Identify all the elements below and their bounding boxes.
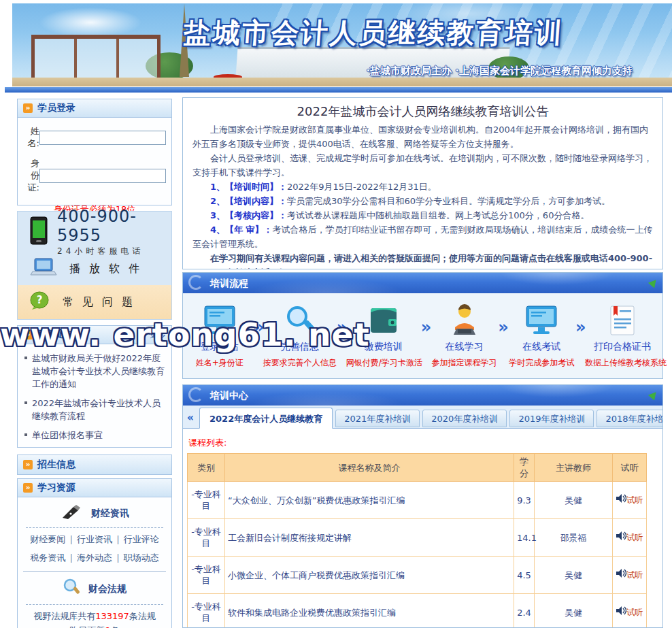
paragraph-text: 2022年9月15日-2022年12月31日。 <box>287 182 437 192</box>
step-arrow-icon: » <box>337 318 346 378</box>
hotline-text: 400-900-5955 24小时客服电话 <box>57 207 171 257</box>
question-ball-icon: ? <box>30 291 50 313</box>
tab-3[interactable]: 2019年度补培训 <box>509 410 594 427</box>
finance-news-heading[interactable]: 财经资讯 <box>18 504 171 523</box>
finance-news-label: 财经资讯 <box>91 508 129 520</box>
player-software-link[interactable]: 播放软件 <box>69 262 148 276</box>
audition-link[interactable]: 试听 <box>626 533 643 542</box>
swirl-decoration-icon <box>188 387 203 402</box>
news-list: 盐城市财政局关于做好2022年度盐城市会计专业技术人员继续教育工作的通知2022… <box>18 344 171 446</box>
finance-link[interactable]: 海外动态 <box>77 552 112 563</box>
bullet-icon <box>24 401 27 404</box>
course-credit: 4.5 <box>514 557 535 594</box>
tab-1[interactable]: 2021年度补培训 <box>335 410 420 427</box>
id-row: 身份证: <box>24 157 166 194</box>
pen-icon <box>60 504 83 523</box>
audition-link[interactable]: 试听 <box>626 608 643 617</box>
table-row: -专业科目软件和集成电路企业税费优惠政策指引汇编2.4吴健试听 <box>188 594 647 628</box>
admission-header[interactable]: » 招生信息 <box>18 455 171 474</box>
step-sublabel: 参加指定课程学习 <box>431 357 499 369</box>
step-label: 在线考试 <box>507 341 575 353</box>
swirl-decoration-icon <box>188 275 203 290</box>
course-category: -专业科目 <box>188 594 225 628</box>
news-item[interactable]: 单位团体报名事宜 <box>23 427 167 446</box>
news-item[interactable]: 2022年盐城市会计专业技术人员继续教育流程 <box>23 395 167 427</box>
finance-link[interactable]: 税务资讯 <box>30 552 65 563</box>
bullet-icon <box>24 357 27 359</box>
course-audition-cell: 试听 <box>613 557 647 594</box>
resources-title: 学习资源 <box>37 482 75 494</box>
law-stat-line: 视野法规库共有133197条法规 <box>18 609 171 623</box>
header-banner: 盐城市会计人员继续教育培训 ·盐城市财政局主办 ·上海国家会计学院远程教育网倾力… <box>12 3 672 86</box>
course-name: 小微企业、个体工商户税费优惠政策指引汇编 <box>225 557 514 594</box>
announcement-paragraph: 在学习期间有关课程内容问题，请进入相关的答疑版面提问；使用等方面的问题请点击在线… <box>192 251 653 269</box>
step-arrow-icon: » <box>498 318 507 378</box>
page: 盐城市会计人员继续教育培训 ·盐城市财政局主办 ·上海国家会计学院远程教育网倾力… <box>0 0 672 628</box>
table-header-cell: 试听 <box>613 454 647 482</box>
finance-link[interactable]: 财经要闻 <box>30 534 65 544</box>
process-step: 打印合格证书数据上传维教考核系统 <box>585 303 660 378</box>
solid-divider <box>23 571 166 572</box>
process-step: 缴费培训网银付费/学习卡激活 <box>346 303 421 378</box>
faq-link[interactable]: 常见问题 <box>63 295 141 310</box>
finance-link[interactable]: 职场动态 <box>124 552 159 563</box>
law-update-line: 昨日更新9条 <box>18 623 171 628</box>
news-header: » 最新通知 更多 <box>18 326 171 344</box>
tabs-prev-arrow[interactable]: « <box>184 409 197 427</box>
table-header-row: 类别课程名称及简介学分主讲教师试听 <box>188 454 647 482</box>
law-update-count: 9 <box>105 625 110 628</box>
audition-link[interactable]: 试听 <box>626 570 643 580</box>
admission-box: » 招生信息 <box>17 455 172 475</box>
dashed-divider <box>26 527 163 528</box>
faq-row: ? 常见问题 <box>18 285 171 319</box>
name-input[interactable] <box>39 131 166 145</box>
finance-link[interactable]: 行业评论 <box>124 534 159 544</box>
announcement-body: 上海国家会计学院是财政部直属事业单位、国家级财会专业培训机构。自2004年起开展… <box>192 122 653 269</box>
section-bullet-icon: » <box>23 460 33 469</box>
admission-title: 招生信息 <box>37 459 75 471</box>
speaker-icon <box>616 569 626 580</box>
tab-4[interactable]: 2018年度补培训 <box>597 410 663 427</box>
news-item-text: 单位团体报名事宜 <box>32 430 103 440</box>
tab-2[interactable]: 2020年度补培训 <box>422 410 507 427</box>
site-subtitle: ·盐城市财政局主办 ·上海国家会计学院远程教育网倾力支持 <box>366 65 633 78</box>
law-update-prefix: 昨日更新 <box>69 625 105 628</box>
laptop-icon <box>30 258 57 280</box>
table-header-cell: 学分 <box>514 454 535 482</box>
course-list-label: 课程列表: <box>188 437 662 449</box>
paragraph-text: 学员需完成30学分公需科目和60学分专业科目。学满规定学分后，方可参加考试。 <box>287 196 610 206</box>
announcement-box: 2022年盐城市会计人员网络继续教育培训公告 上海国家会计学院是财政部直属事业单… <box>182 97 663 269</box>
monitor-icon <box>507 303 575 338</box>
step-arrow-icon: » <box>421 318 431 378</box>
news-item-text: 2022年盐城市会计专业技术人员继续教育流程 <box>32 398 161 421</box>
law-heading[interactable]: 财会法规 <box>18 578 171 599</box>
paragraph-label: 4、【年 审】： <box>210 225 273 235</box>
login-title: 学员登录 <box>37 102 75 114</box>
hotline-number: 400-900-5955 <box>57 207 171 245</box>
more-link[interactable]: 更多 <box>150 329 166 341</box>
paragraph-label: 3、【考核内容】： <box>210 210 287 220</box>
speaker-icon <box>616 495 626 505</box>
step-label: 缴费培训 <box>346 341 421 353</box>
id-label: 身份证: <box>24 157 39 194</box>
student-icon <box>431 303 499 338</box>
id-input[interactable] <box>39 169 166 183</box>
hotline-row: 400-900-5955 24小时客服电话 <box>18 212 171 252</box>
audition-link[interactable]: 试听 <box>626 495 643 505</box>
step-arrow-icon: » <box>575 318 585 378</box>
news-box: » 最新通知 更多 盐城市财政局关于做好2022年度盐城市会计专业技术人员继续教… <box>17 325 172 448</box>
canopy-frame <box>31 35 161 78</box>
section-bullet-icon: » <box>23 483 33 493</box>
section-bullet-icon: » <box>23 330 33 340</box>
finance-link[interactable]: 行业资讯 <box>77 534 112 544</box>
step-label: 在线学习 <box>431 341 499 353</box>
table-header-cell: 主讲教师 <box>535 454 613 482</box>
tab-0[interactable]: 2022年度会计人员继续教育 <box>199 408 333 429</box>
process-step: 完善信息按要求完善个人信息 <box>263 303 337 378</box>
site-title: 盐城市会计人员继续教育培训 <box>182 14 565 52</box>
process-banner: 培训流程 <box>183 273 662 293</box>
law-update-suffix: 条 <box>111 625 120 628</box>
wallet-icon <box>346 303 421 338</box>
leaf-decoration-icon <box>648 389 659 400</box>
news-item[interactable]: 盐城市财政局关于做好2022年度盐城市会计专业技术人员继续教育工作的通知 <box>23 350 167 395</box>
